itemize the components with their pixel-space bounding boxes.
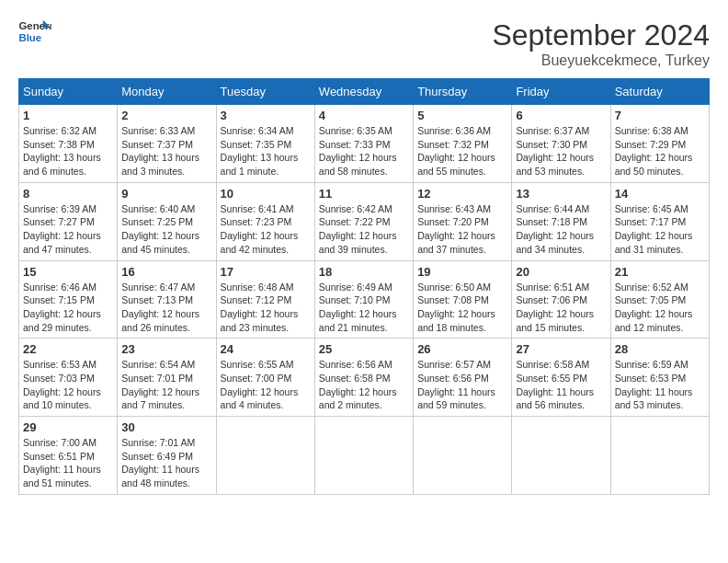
day-info: Sunrise: 6:40 AMSunset: 7:25 PMDaylight:…: [121, 202, 211, 257]
calendar-cell: 29Sunrise: 7:00 AMSunset: 6:51 PMDayligh…: [19, 417, 118, 495]
title-area: September 2024 Bueyuekcekmece, Turkey: [492, 18, 710, 69]
calendar-table: SundayMondayTuesdayWednesdayThursdayFrid…: [18, 78, 710, 495]
day-number: 9: [121, 187, 211, 201]
day-number: 17: [221, 265, 311, 279]
day-info: Sunrise: 6:51 AMSunset: 7:06 PMDaylight:…: [516, 281, 606, 335]
calendar-cell: 23Sunrise: 6:54 AMSunset: 7:01 PMDayligh…: [118, 339, 216, 417]
calendar-cell: 21Sunrise: 6:52 AMSunset: 7:05 PMDayligh…: [610, 260, 709, 339]
day-number: 22: [23, 342, 113, 356]
location-title: Bueyuekcekmece, Turkey: [492, 52, 710, 69]
month-title: September 2024: [492, 18, 710, 52]
calendar-cell: 14Sunrise: 6:45 AMSunset: 7:17 PMDayligh…: [610, 182, 709, 260]
calendar-cell: [216, 417, 314, 495]
day-info: Sunrise: 6:46 AMSunset: 7:15 PMDaylight:…: [23, 281, 113, 335]
day-number: 6: [516, 109, 606, 122]
day-number: 1: [23, 109, 113, 122]
calendar-cell: 25Sunrise: 6:56 AMSunset: 6:58 PMDayligh…: [314, 339, 413, 417]
day-info: Sunrise: 6:43 AMSunset: 7:20 PMDaylight:…: [417, 202, 507, 257]
day-number: 10: [221, 187, 311, 201]
logo: General Blue: [18, 18, 51, 44]
calendar-cell: 3Sunrise: 6:34 AMSunset: 7:35 PMDaylight…: [216, 105, 314, 183]
day-number: 21: [615, 265, 705, 279]
day-info: Sunrise: 6:34 AMSunset: 7:35 PMDaylight:…: [221, 124, 311, 178]
svg-text:Blue: Blue: [19, 32, 42, 43]
day-of-week-header: Saturday: [610, 79, 709, 105]
day-info: Sunrise: 7:00 AMSunset: 6:51 PMDaylight:…: [23, 436, 113, 490]
day-info: Sunrise: 6:41 AMSunset: 7:23 PMDaylight:…: [221, 202, 311, 257]
day-info: Sunrise: 6:47 AMSunset: 7:13 PMDaylight:…: [121, 281, 211, 335]
day-number: 15: [23, 265, 113, 279]
calendar-cell: 11Sunrise: 6:42 AMSunset: 7:22 PMDayligh…: [314, 182, 413, 260]
calendar-cell: 20Sunrise: 6:51 AMSunset: 7:06 PMDayligh…: [512, 260, 610, 339]
day-number: 5: [417, 109, 507, 122]
day-info: Sunrise: 6:32 AMSunset: 7:38 PMDaylight:…: [23, 124, 113, 178]
day-number: 24: [221, 342, 311, 356]
day-of-week-header: Wednesday: [314, 79, 413, 105]
day-number: 13: [516, 187, 606, 201]
day-info: Sunrise: 6:57 AMSunset: 6:56 PMDaylight:…: [417, 358, 507, 412]
day-number: 19: [417, 265, 507, 279]
day-info: Sunrise: 6:42 AMSunset: 7:22 PMDaylight:…: [319, 202, 409, 257]
calendar-cell: 16Sunrise: 6:47 AMSunset: 7:13 PMDayligh…: [118, 260, 216, 339]
calendar-cell: 9Sunrise: 6:40 AMSunset: 7:25 PMDaylight…: [118, 182, 216, 260]
calendar-cell: [610, 417, 709, 495]
day-number: 8: [23, 187, 113, 201]
calendar-cell: 27Sunrise: 6:58 AMSunset: 6:55 PMDayligh…: [512, 339, 610, 417]
day-info: Sunrise: 6:49 AMSunset: 7:10 PMDaylight:…: [319, 281, 409, 335]
calendar-cell: 24Sunrise: 6:55 AMSunset: 7:00 PMDayligh…: [216, 339, 314, 417]
day-number: 26: [417, 342, 507, 356]
calendar-cell: 1Sunrise: 6:32 AMSunset: 7:38 PMDaylight…: [19, 105, 118, 183]
day-info: Sunrise: 6:52 AMSunset: 7:05 PMDaylight:…: [615, 281, 705, 335]
day-number: 2: [121, 109, 211, 122]
day-info: Sunrise: 6:36 AMSunset: 7:32 PMDaylight:…: [417, 124, 507, 178]
day-number: 11: [319, 187, 409, 201]
day-number: 3: [221, 109, 311, 122]
day-number: 28: [615, 342, 705, 356]
day-number: 30: [121, 420, 211, 434]
calendar-cell: [314, 417, 413, 495]
calendar-cell: 8Sunrise: 6:39 AMSunset: 7:27 PMDaylight…: [19, 182, 118, 260]
day-info: Sunrise: 6:50 AMSunset: 7:08 PMDaylight:…: [417, 281, 507, 335]
day-of-week-header: Friday: [512, 79, 610, 105]
days-header-row: SundayMondayTuesdayWednesdayThursdayFrid…: [19, 79, 710, 105]
day-number: 20: [516, 265, 606, 279]
calendar-week-row: 29Sunrise: 7:00 AMSunset: 6:51 PMDayligh…: [19, 417, 710, 495]
calendar-cell: 22Sunrise: 6:53 AMSunset: 7:03 PMDayligh…: [19, 339, 118, 417]
calendar-cell: 10Sunrise: 6:41 AMSunset: 7:23 PMDayligh…: [216, 182, 314, 260]
day-number: 16: [121, 265, 211, 279]
calendar-week-row: 22Sunrise: 6:53 AMSunset: 7:03 PMDayligh…: [19, 339, 710, 417]
day-number: 4: [319, 109, 409, 122]
day-info: Sunrise: 6:38 AMSunset: 7:29 PMDaylight:…: [615, 124, 705, 178]
calendar-week-row: 15Sunrise: 6:46 AMSunset: 7:15 PMDayligh…: [19, 260, 710, 339]
day-number: 27: [516, 342, 606, 356]
calendar-week-row: 1Sunrise: 6:32 AMSunset: 7:38 PMDaylight…: [19, 105, 710, 183]
calendar-cell: [414, 417, 512, 495]
day-of-week-header: Tuesday: [216, 79, 314, 105]
calendar-cell: 2Sunrise: 6:33 AMSunset: 7:37 PMDaylight…: [118, 105, 216, 183]
day-info: Sunrise: 6:45 AMSunset: 7:17 PMDaylight:…: [615, 202, 705, 257]
calendar-cell: 7Sunrise: 6:38 AMSunset: 7:29 PMDaylight…: [610, 105, 709, 183]
day-number: 25: [319, 342, 409, 356]
day-info: Sunrise: 6:56 AMSunset: 6:58 PMDaylight:…: [319, 358, 409, 412]
day-info: Sunrise: 6:37 AMSunset: 7:30 PMDaylight:…: [516, 124, 606, 178]
day-info: Sunrise: 6:59 AMSunset: 6:53 PMDaylight:…: [615, 358, 705, 412]
day-info: Sunrise: 6:39 AMSunset: 7:27 PMDaylight:…: [23, 202, 113, 257]
calendar-cell: 26Sunrise: 6:57 AMSunset: 6:56 PMDayligh…: [414, 339, 512, 417]
day-info: Sunrise: 6:33 AMSunset: 7:37 PMDaylight:…: [121, 124, 211, 178]
day-number: 18: [319, 265, 409, 279]
day-of-week-header: Monday: [118, 79, 216, 105]
calendar-cell: 18Sunrise: 6:49 AMSunset: 7:10 PMDayligh…: [314, 260, 413, 339]
day-info: Sunrise: 6:58 AMSunset: 6:55 PMDaylight:…: [516, 358, 606, 412]
day-number: 29: [23, 420, 113, 434]
day-info: Sunrise: 6:44 AMSunset: 7:18 PMDaylight:…: [516, 202, 606, 257]
calendar-cell: 6Sunrise: 6:37 AMSunset: 7:30 PMDaylight…: [512, 105, 610, 183]
day-info: Sunrise: 6:54 AMSunset: 7:01 PMDaylight:…: [121, 358, 211, 412]
day-of-week-header: Sunday: [19, 79, 118, 105]
calendar-cell: 13Sunrise: 6:44 AMSunset: 7:18 PMDayligh…: [512, 182, 610, 260]
day-info: Sunrise: 6:35 AMSunset: 7:33 PMDaylight:…: [319, 124, 409, 178]
day-info: Sunrise: 7:01 AMSunset: 6:49 PMDaylight:…: [121, 436, 211, 490]
calendar-cell: 5Sunrise: 6:36 AMSunset: 7:32 PMDaylight…: [414, 105, 512, 183]
day-of-week-header: Thursday: [414, 79, 512, 105]
logo-icon: General Blue: [18, 18, 51, 44]
page-header: General Blue September 2024 Bueyuekcekme…: [18, 18, 710, 69]
